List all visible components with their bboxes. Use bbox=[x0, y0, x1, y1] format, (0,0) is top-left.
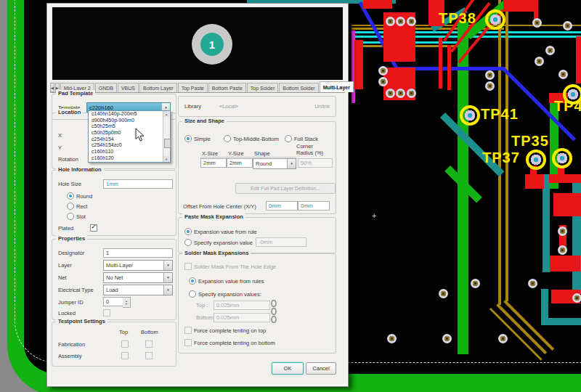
dropdown-option[interactable]: c50h25m5 bbox=[89, 123, 163, 130]
plated-label: Plated bbox=[58, 225, 73, 232]
group-title: Size and Shape bbox=[182, 118, 227, 124]
chevron-down-icon[interactable] bbox=[287, 159, 296, 168]
pcb-via bbox=[528, 279, 537, 288]
paste-rule-radio[interactable]: Expansion value from rule bbox=[184, 228, 257, 235]
testpoint-pad[interactable] bbox=[485, 9, 505, 30]
x-size-input[interactable]: 2mm bbox=[200, 158, 227, 168]
template-dropdown-list: c140hn140p-200m5 d900h450p-900m0 c50h25m… bbox=[88, 110, 171, 163]
fabrication-bottom-checkbox[interactable] bbox=[145, 340, 153, 348]
solder-rule-radio[interactable]: Expansion value from rules bbox=[189, 277, 264, 285]
offset-x-input[interactable]: 0mm bbox=[266, 201, 298, 211]
tab-bottom-paste[interactable]: Bottom Paste bbox=[208, 83, 246, 92]
assembly-label: Assembly bbox=[58, 353, 82, 359]
solder-specify-radio[interactable]: Specify expansion values: bbox=[189, 290, 261, 298]
x-size-header: X-Size bbox=[202, 150, 218, 157]
chevron-down-icon[interactable] bbox=[163, 285, 172, 295]
hole-size-input[interactable]: 1mm bbox=[103, 179, 173, 189]
solder-mask-expansions-group: Solder Mask Expansions Solder Mask From … bbox=[178, 253, 336, 354]
pcb-via bbox=[378, 66, 388, 75]
paste-specify-input: -0mm bbox=[256, 237, 306, 247]
designator-input[interactable]: 1 bbox=[103, 248, 173, 258]
library-panel: Library «Local» Unlink bbox=[178, 96, 336, 117]
electrical-type-label: Electrical Type bbox=[58, 287, 94, 293]
dropdown-option[interactable]: c254h154zc0 bbox=[89, 142, 163, 149]
dropdown-option[interactable]: d900h450p-900m0 bbox=[89, 118, 163, 124]
locked-checkbox[interactable] bbox=[103, 309, 110, 317]
chevron-down-icon[interactable] bbox=[163, 273, 172, 282]
testpoint-pad[interactable] bbox=[460, 105, 480, 126]
tab-top-paste[interactable]: Top Paste bbox=[178, 83, 208, 92]
scroll-up-icon[interactable]: ▲ bbox=[163, 111, 169, 117]
force-tenting-top-checkbox[interactable]: Force complete tenting on top bbox=[184, 327, 266, 334]
dropdown-option[interactable]: c140hn140p-200m5 bbox=[89, 111, 163, 118]
jumper-id-input[interactable]: 0 bbox=[103, 297, 123, 306]
testpoint-top-header: Top bbox=[119, 329, 128, 335]
testpoint-pad[interactable] bbox=[563, 84, 581, 105]
tab-scroll-left-icon[interactable]: ◀ bbox=[50, 83, 54, 92]
cancel-button[interactable]: Cancel bbox=[306, 362, 336, 375]
fabrication-top-checkbox[interactable] bbox=[121, 340, 129, 348]
group-title: Pad Template bbox=[56, 90, 95, 97]
hole-shape-slot-radio[interactable]: Slot bbox=[67, 213, 86, 220]
pcb-trace bbox=[549, 174, 581, 183]
assembly-top-checkbox[interactable] bbox=[121, 352, 129, 359]
group-title: Solder Mask Expansions bbox=[182, 250, 251, 256]
fabrication-label: Fabrication bbox=[58, 341, 85, 348]
dropdown-option[interactable]: c160h110 bbox=[89, 149, 163, 155]
tab-gndb[interactable]: GNDB bbox=[95, 83, 117, 92]
y-size-header: Y-Size bbox=[228, 150, 243, 157]
dropdown-option[interactable]: c160h120 bbox=[89, 155, 163, 162]
location-rotation-label: Rotation bbox=[58, 156, 78, 163]
ok-button[interactable]: OK bbox=[272, 362, 304, 375]
top-middle-bottom-radio[interactable]: Top-Middle-Bottom bbox=[224, 135, 279, 142]
pcb-trace bbox=[553, 193, 581, 216]
offset-y-input[interactable]: 0mm bbox=[298, 201, 330, 211]
link-chain-icon[interactable] bbox=[270, 300, 277, 323]
pcb-via bbox=[563, 21, 572, 30]
dropdown-option[interactable]: c254h154 bbox=[89, 136, 163, 143]
pcb-via bbox=[396, 89, 405, 98]
testpoint-label: TP41 bbox=[481, 106, 519, 123]
shape-header: Shape bbox=[254, 150, 270, 157]
tab-vbus[interactable]: VBUS bbox=[118, 83, 139, 92]
corner-radius-header: Corner Radius (%) bbox=[296, 144, 330, 156]
electrical-type-combobox[interactable]: Load bbox=[103, 285, 173, 295]
scroll-down-icon[interactable]: ▼ bbox=[163, 156, 169, 162]
full-stack-radio[interactable]: Full Stack bbox=[285, 135, 318, 142]
hole-shape-rect-radio[interactable]: Rect bbox=[67, 203, 87, 210]
testpoint-pad[interactable] bbox=[526, 150, 546, 170]
solder-mask-hole-edge-checkbox[interactable]: Solder Mask From The Hole Edge bbox=[184, 263, 276, 270]
net-combobox[interactable]: No Net bbox=[103, 272, 173, 283]
mouse-cursor bbox=[135, 128, 145, 142]
shape-combobox[interactable]: Round bbox=[253, 158, 296, 169]
layer-combobox[interactable]: Multi-Layer bbox=[103, 260, 173, 271]
dropdown-scrollbar[interactable]: ▲ ▼ bbox=[163, 111, 170, 162]
library-value: «Local» bbox=[219, 103, 238, 110]
paste-specify-radio[interactable]: Specify expansion value bbox=[184, 239, 253, 246]
plated-checkbox[interactable] bbox=[90, 224, 97, 232]
pcb-via bbox=[442, 334, 452, 343]
tab-bottom-solder[interactable]: Bottom Solder bbox=[279, 83, 318, 92]
testpoint-label: TP35 bbox=[511, 133, 549, 150]
force-tenting-bottom-checkbox[interactable]: Force complete tenting on bottom bbox=[184, 339, 275, 346]
properties-group: Properties Designator 1 Layer Multi-Laye… bbox=[52, 239, 176, 320]
pcb-via bbox=[386, 89, 395, 98]
hole-shape-round-radio[interactable]: Round bbox=[67, 192, 92, 200]
offset-label: Offset From Hole Center (X/Y) bbox=[183, 203, 256, 210]
jumper-id-stepper[interactable]: ▲▼ bbox=[123, 297, 131, 308]
tab-multi-layer[interactable]: Multi-Layer bbox=[320, 81, 354, 92]
location-x-label: X bbox=[58, 132, 62, 139]
scrollbar-thumb[interactable] bbox=[164, 139, 171, 148]
tab-top-solder[interactable]: Top Solder bbox=[247, 83, 278, 92]
dropdown-option[interactable]: c50h25p0m0 bbox=[89, 130, 163, 136]
testpoint-pad[interactable] bbox=[552, 148, 572, 168]
simple-radio[interactable]: Simple bbox=[184, 135, 211, 142]
pcb-via bbox=[387, 334, 397, 343]
board-origin-marker: + bbox=[372, 211, 376, 220]
unlink-link[interactable]: Unlink bbox=[314, 103, 330, 110]
chevron-down-icon[interactable] bbox=[163, 261, 172, 270]
tab-bottom-layer[interactable]: Bottom Layer bbox=[139, 83, 177, 92]
assembly-bottom-checkbox[interactable] bbox=[145, 352, 153, 359]
y-size-input[interactable]: 2mm bbox=[227, 158, 253, 168]
pcb-trace bbox=[439, 38, 442, 89]
